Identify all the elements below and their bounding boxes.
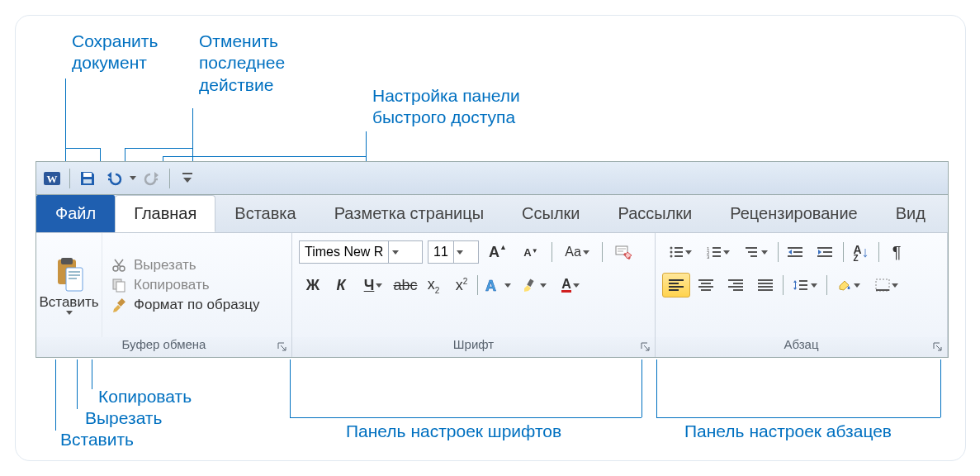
paste-button[interactable]: Вставить bbox=[36, 233, 102, 337]
format-painter-button[interactable]: Формат по образцу bbox=[111, 297, 259, 313]
copy-button[interactable]: Копировать bbox=[111, 277, 259, 293]
justify-button[interactable] bbox=[751, 273, 779, 298]
shrink-font-button[interactable]: A▼ bbox=[517, 240, 545, 264]
tab-mailings[interactable]: Рассылки bbox=[599, 195, 712, 232]
separator bbox=[477, 275, 478, 295]
tab-view[interactable]: Вид bbox=[877, 195, 944, 232]
align-left-button[interactable] bbox=[662, 273, 690, 298]
redo-icon[interactable] bbox=[141, 168, 163, 189]
svg-rect-3 bbox=[83, 179, 92, 183]
increase-indent-button[interactable] bbox=[812, 240, 840, 264]
group-title-paragraph: Абзац bbox=[656, 337, 947, 357]
svg-rect-2 bbox=[83, 173, 92, 177]
svg-rect-59 bbox=[799, 288, 807, 290]
tab-insert[interactable]: Вставка bbox=[215, 195, 315, 232]
customize-qat-icon[interactable] bbox=[177, 168, 198, 189]
svg-rect-39 bbox=[817, 255, 832, 257]
svg-rect-36 bbox=[788, 255, 802, 257]
decrease-indent-button[interactable] bbox=[782, 240, 810, 264]
callout-paste: Вставить bbox=[60, 429, 134, 450]
svg-point-23 bbox=[670, 255, 673, 258]
separator bbox=[878, 242, 879, 262]
svg-rect-48 bbox=[728, 279, 743, 281]
quick-access-toolbar: W bbox=[36, 162, 948, 195]
svg-rect-56 bbox=[795, 282, 796, 288]
dialog-launcher-icon[interactable] bbox=[932, 340, 944, 352]
svg-rect-34 bbox=[788, 247, 802, 249]
bullets-button[interactable] bbox=[662, 240, 698, 264]
svg-rect-16 bbox=[616, 246, 627, 255]
grow-font-button[interactable]: A▲ bbox=[484, 240, 512, 264]
tab-review[interactable]: Рецензирование bbox=[711, 195, 876, 232]
text-effects-button[interactable]: A bbox=[480, 273, 516, 298]
word-logo-icon[interactable]: W bbox=[41, 168, 63, 189]
copy-icon bbox=[111, 277, 127, 293]
paste-dropdown-icon[interactable] bbox=[66, 311, 73, 315]
separator bbox=[778, 242, 779, 262]
separator bbox=[843, 242, 844, 262]
svg-rect-41 bbox=[669, 283, 679, 284]
annotated-screenshot-card: Сохранить документ Отменить последнее де… bbox=[15, 15, 966, 461]
group-title-font: Шрифт bbox=[292, 337, 655, 357]
italic-button[interactable]: К bbox=[327, 273, 355, 298]
svg-rect-47 bbox=[701, 289, 711, 291]
separator bbox=[169, 169, 170, 188]
highlight-button[interactable] bbox=[516, 273, 552, 298]
font-family-combo[interactable]: Times New R bbox=[299, 240, 423, 264]
svg-rect-58 bbox=[799, 284, 807, 286]
undo-icon[interactable] bbox=[103, 168, 125, 189]
format-painter-label: Формат по образцу bbox=[134, 297, 259, 313]
svg-rect-61 bbox=[876, 289, 889, 291]
show-marks-button[interactable]: ¶ bbox=[883, 240, 911, 264]
dialog-launcher-icon[interactable] bbox=[277, 340, 288, 352]
callout-para-panel: Панель настроек абзацев bbox=[684, 421, 892, 442]
separator bbox=[69, 169, 70, 188]
svg-rect-10 bbox=[69, 278, 77, 279]
tab-home[interactable]: Главная bbox=[115, 195, 215, 232]
superscript-button[interactable]: x2 bbox=[447, 273, 476, 298]
svg-text:3: 3 bbox=[707, 255, 710, 259]
svg-rect-60 bbox=[876, 279, 889, 291]
chevron-down-icon[interactable] bbox=[388, 241, 401, 263]
font-color-button[interactable]: A bbox=[552, 273, 589, 298]
sort-button[interactable]: AZ↓ bbox=[847, 240, 875, 264]
align-right-button[interactable] bbox=[722, 273, 750, 298]
line-spacing-button[interactable] bbox=[787, 273, 823, 298]
borders-button[interactable] bbox=[869, 273, 905, 298]
word-window: W Файл Главная Вставка Разметка страницы bbox=[36, 161, 949, 358]
change-case-button[interactable]: Aa bbox=[559, 240, 595, 264]
clear-formatting-button[interactable] bbox=[609, 240, 637, 264]
tab-references[interactable]: Ссылки bbox=[503, 195, 599, 232]
shading-button[interactable] bbox=[831, 273, 867, 298]
callout-undo: Отменить последнее действие bbox=[199, 31, 285, 96]
svg-rect-45 bbox=[701, 283, 711, 284]
group-clipboard: Вставить Вырезать bbox=[36, 233, 292, 357]
align-center-button[interactable] bbox=[692, 273, 720, 298]
numbering-button[interactable]: 123 bbox=[700, 240, 736, 264]
callout-cut: Вырезать bbox=[85, 407, 162, 429]
chevron-down-icon[interactable] bbox=[453, 241, 466, 263]
callout-copy: Копировать bbox=[98, 386, 192, 407]
tab-file[interactable]: Файл bbox=[36, 195, 115, 232]
multilevel-list-button[interactable] bbox=[738, 240, 774, 264]
group-title-clipboard: Буфер обмена bbox=[36, 337, 291, 357]
font-size-combo[interactable]: 11 bbox=[428, 240, 479, 264]
clipboard-item-list: Вырезать Копировать Формат bbox=[102, 233, 267, 337]
ribbon: Вставить Вырезать bbox=[36, 233, 948, 357]
svg-rect-28 bbox=[713, 251, 721, 253]
svg-rect-53 bbox=[758, 283, 773, 284]
save-icon[interactable] bbox=[77, 168, 98, 189]
tab-layout[interactable]: Разметка страницы bbox=[315, 195, 503, 232]
svg-rect-37 bbox=[817, 247, 832, 249]
dialog-launcher-icon[interactable] bbox=[640, 340, 651, 352]
svg-rect-54 bbox=[758, 286, 773, 288]
cut-button[interactable]: Вырезать bbox=[111, 257, 259, 274]
underline-button[interactable]: Ч bbox=[355, 273, 391, 298]
ribbon-tabs: Файл Главная Вставка Разметка страницы С… bbox=[36, 195, 948, 233]
strikethrough-button[interactable]: abc bbox=[391, 273, 419, 298]
svg-rect-40 bbox=[669, 279, 684, 281]
svg-rect-35 bbox=[793, 251, 802, 253]
bold-button[interactable]: Ж bbox=[299, 273, 327, 298]
undo-dropdown-icon[interactable] bbox=[130, 176, 136, 180]
subscript-button[interactable]: x2 bbox=[419, 273, 447, 298]
